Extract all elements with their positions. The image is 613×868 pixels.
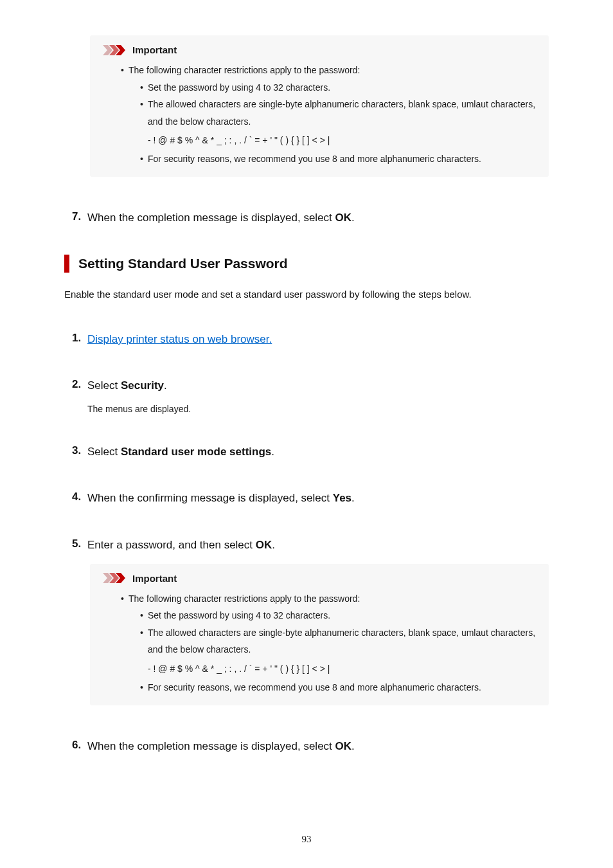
step-1-num: 1. xyxy=(72,332,87,348)
step-4-post: . xyxy=(351,492,355,504)
step-4: 4. When the confirming message is displa… xyxy=(72,491,549,507)
step-7-num: 7. xyxy=(72,210,87,226)
section-intro: Enable the standard user mode and set a … xyxy=(64,287,549,302)
red-bar-icon xyxy=(64,255,69,273)
step-6-num: 6. xyxy=(72,739,87,755)
step-3-text: Select Standard user mode settings. xyxy=(87,444,274,460)
step-7: 7. When the completion message is displa… xyxy=(72,210,549,226)
step-5-bold: OK xyxy=(256,539,272,551)
step-4-text: When the confirming message is displayed… xyxy=(87,491,355,507)
step-2-post: . xyxy=(164,379,167,392)
important-label: Important xyxy=(132,44,177,55)
step-5-text: Enter a password, and then select OK. xyxy=(87,538,275,554)
step-3-pre: Select xyxy=(87,446,121,458)
display-printer-status-link[interactable]: Display printer status on web browser. xyxy=(87,333,272,345)
step-4-num: 4. xyxy=(72,491,87,507)
callout1-b1: Set the password by using 4 to 32 charac… xyxy=(140,79,536,96)
step-3-post: . xyxy=(271,446,274,458)
step-6-pre: When the completion message is displayed… xyxy=(87,740,335,752)
callout2-b1: Set the password by using 4 to 32 charac… xyxy=(140,607,536,624)
step-3: 3. Select Standard user mode settings. xyxy=(72,444,549,460)
step-6-text: When the completion message is displayed… xyxy=(87,739,355,755)
step-7-text: When the completion message is displayed… xyxy=(87,210,355,226)
callout2-chars: - ! @ # $ % ^ & * _ ; : , . / ` = + ' " … xyxy=(148,660,536,678)
step-5: 5. Enter a password, and then select OK. xyxy=(72,538,549,554)
callout2-b2: The allowed characters are single-byte a… xyxy=(140,624,536,658)
step-2-num: 2. xyxy=(72,378,87,394)
step-2-sub: The menus are displayed. xyxy=(87,402,549,417)
section-heading: Setting Standard User Password xyxy=(64,255,549,273)
callout1-b2: The allowed characters are single-byte a… xyxy=(140,96,536,130)
chevron-icon xyxy=(103,573,129,583)
step-5-post: . xyxy=(272,539,275,551)
step-6-bold: OK xyxy=(335,740,352,752)
callout2-intro: The following character restrictions app… xyxy=(121,590,536,608)
step-3-num: 3. xyxy=(72,444,87,460)
step-2: 2. Select Security. xyxy=(72,378,549,394)
page-number: 93 xyxy=(0,834,613,845)
step-7-pre: When the completion message is displayed… xyxy=(87,212,335,224)
step-1: 1. Display printer status on web browser… xyxy=(72,332,549,348)
step-2-pre: Select xyxy=(87,379,121,392)
step-7-post: . xyxy=(351,212,355,224)
step-2-text: Select Security. xyxy=(87,378,167,394)
step-4-pre: When the confirming message is displayed… xyxy=(87,492,333,504)
chevron-icon xyxy=(103,45,129,55)
important-callout-1: Important The following character restri… xyxy=(90,35,549,177)
callout1-b3: For security reasons, we recommend you u… xyxy=(140,150,536,168)
callout1-chars: - ! @ # $ % ^ & * _ ; : , . / ` = + ' " … xyxy=(148,131,536,149)
important-callout-2: Important The following character restri… xyxy=(90,564,549,705)
callout1-intro: The following character restrictions app… xyxy=(121,62,536,79)
step-6-post: . xyxy=(351,740,355,752)
callout-header-2: Important xyxy=(103,573,536,584)
step-4-bold: Yes xyxy=(333,492,351,504)
step-6: 6. When the completion message is displa… xyxy=(72,739,549,755)
step-3-bold: Standard user mode settings xyxy=(121,446,271,458)
step-7-bold: OK xyxy=(335,212,352,224)
step-2-bold: Security xyxy=(121,379,164,392)
important-label-2: Important xyxy=(132,573,177,584)
callout2-b3: For security reasons, we recommend you u… xyxy=(140,679,536,696)
callout-header: Important xyxy=(103,44,536,55)
section-title: Setting Standard User Password xyxy=(78,256,288,271)
step-5-num: 5. xyxy=(72,538,87,554)
step-5-pre: Enter a password, and then select xyxy=(87,539,256,551)
